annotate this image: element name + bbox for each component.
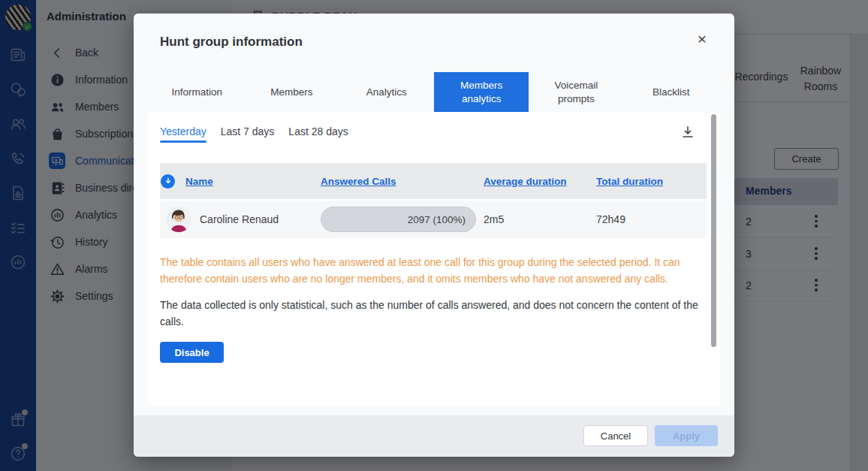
column-total-duration[interactable]: Total duration <box>593 176 707 187</box>
period-filter: Yesterday Last 7 days Last 28 days <box>160 125 348 143</box>
modal-scrollbar[interactable] <box>711 114 716 347</box>
sort-descending-icon[interactable] <box>161 174 175 189</box>
period-last-7-days[interactable]: Last 7 days <box>221 125 275 143</box>
tab-members[interactable]: Members <box>244 72 339 112</box>
column-average-duration[interactable]: Average duration <box>481 176 593 187</box>
modal-footer: Cancel Apply <box>134 415 734 457</box>
disable-button[interactable]: Disable <box>160 342 224 363</box>
tab-voicemail-prompts[interactable]: Voicemail prompts <box>529 72 623 112</box>
table-warning-note: The table contains all users who have an… <box>160 255 704 287</box>
column-name[interactable]: Name <box>160 174 318 189</box>
download-icon[interactable] <box>680 124 696 140</box>
period-yesterday[interactable]: Yesterday <box>160 125 206 143</box>
modal-tabs: Information Members Analytics Members an… <box>149 72 719 112</box>
answered-calls-bar: 2097 (100%) <box>321 207 476 232</box>
period-last-28-days[interactable]: Last 28 days <box>288 125 348 143</box>
average-duration-value: 2m5 <box>481 213 593 225</box>
tab-analytics[interactable]: Analytics <box>339 72 434 112</box>
member-avatar <box>166 207 191 232</box>
hunt-group-modal: Hunt group information × Information Mem… <box>134 14 734 457</box>
analytics-table-header: Name Answered Calls Average duration Tot… <box>160 163 707 199</box>
total-duration-value: 72h49 <box>593 213 707 225</box>
modal-title: Hunt group information <box>160 35 303 50</box>
statistics-info-note: The data collected is only statistical, … <box>160 297 704 330</box>
tab-blacklist[interactable]: Blacklist <box>624 72 719 112</box>
tab-members-analytics[interactable]: Members analytics <box>434 72 529 112</box>
screen: ✓ Administration <box>0 0 868 471</box>
column-answered-calls[interactable]: Answered Calls <box>318 176 481 187</box>
cancel-button[interactable]: Cancel <box>583 425 648 446</box>
apply-button[interactable]: Apply <box>655 425 718 446</box>
close-icon[interactable]: × <box>693 30 711 48</box>
tab-information[interactable]: Information <box>149 72 244 112</box>
analytics-table-row: Caroline Renaud 2097 (100%) 2m5 72h49 <box>160 201 707 238</box>
members-analytics-panel: Yesterday Last 7 days Last 28 days Name … <box>148 113 720 406</box>
member-name: Caroline Renaud <box>200 213 279 225</box>
